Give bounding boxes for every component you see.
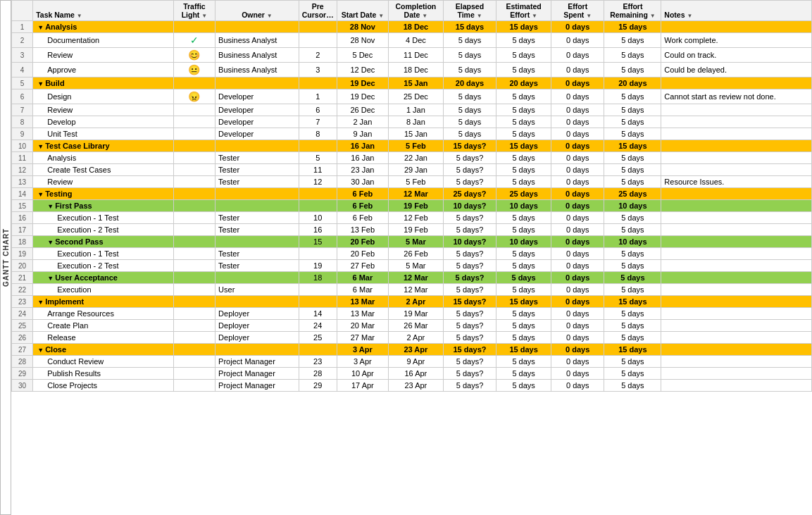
table-row: 22ExecutionUser6 Mar12 Mar5 days?5 days0… [12,284,812,296]
row-number: 14 [12,188,33,200]
task-filter-arrow[interactable]: ▼ [77,13,82,19]
start-date-cell: 16 Jan [337,140,388,152]
pre-cursor-cell [299,200,337,212]
pre-cursor-cell [299,77,337,89]
owner-cell [216,236,299,248]
effort-spent-cell: 0 days [551,332,604,344]
owner-cell: Project Manager [216,368,299,380]
expand-icon[interactable]: ▼ [37,24,44,31]
estimated-filter-arrow[interactable]: ▼ [532,13,537,19]
task-name-cell: Create Plan [33,320,174,332]
row-number: 29 [12,368,33,380]
task-name-cell: Execution - 1 Test [33,212,174,224]
expand-icon[interactable]: ▼ [47,275,54,282]
owner-cell: Tester [216,260,299,272]
pre-cursor-cell [299,188,337,200]
expand-icon[interactable]: ▼ [37,143,44,150]
notes-cell [661,152,812,164]
effort-spent-cell: 0 days [551,152,604,164]
start-date-cell: 9 Jan [337,128,388,140]
traffic-light-cell [173,21,215,33]
row-number: 20 [12,260,33,272]
effort-remaining-cell: 5 days [604,224,661,236]
pre-cursor-cell: 10 [299,212,337,224]
completion-date-cell: 15 Jan [389,77,444,89]
elapsed-time-cell: 5 days [443,63,496,77]
effort-spent-cell: 0 days [551,272,604,284]
effort-spent-cell: 0 days [551,164,604,176]
expand-icon[interactable]: ▼ [37,347,44,354]
completion-date-cell: 12 Mar [389,284,444,296]
notes-filter-arrow[interactable]: ▼ [687,13,692,19]
expand-icon[interactable]: ▼ [47,203,54,210]
completion-filter-arrow[interactable]: ▼ [422,13,427,19]
table-row: 28Conduct ReviewProject Manager233 Apr9 … [12,356,812,368]
expand-icon[interactable]: ▼ [37,191,44,198]
table-row: 27▼Close3 Apr23 Apr15 days?15 days0 days… [12,344,812,356]
estimated-effort-cell: 20 days [496,77,551,89]
pre-cursor-cell: 5 [299,152,337,164]
task-name-cell: Develop [33,116,174,128]
owner-cell [216,21,299,33]
start-date-cell: 23 Jan [337,164,388,176]
expand-icon[interactable]: ▼ [37,80,44,87]
completion-date-cell: 23 Apr [389,344,444,356]
pre-filter-arrow[interactable]: ▼ [328,13,334,19]
owner-filter-arrow[interactable]: ▼ [267,13,273,19]
remaining-filter-arrow[interactable]: ▼ [650,13,656,19]
table-row: 4Approve😐Business Analyst312 Dec18 Dec5 … [12,63,812,77]
traffic-light-cell: 😠 [173,89,215,104]
start-date-cell: 6 Mar [337,272,388,284]
notes-cell [661,188,812,200]
completion-date-cell: 5 Mar [389,236,444,248]
traffic-light-cell [173,176,215,188]
task-name-cell: Execution [33,284,174,296]
completion-date-cell: 25 Dec [389,89,444,104]
spent-filter-arrow[interactable]: ▼ [586,13,592,19]
pre-cursor-cell: 3 [299,63,337,77]
row-number: 15 [12,200,33,212]
expand-icon[interactable]: ▼ [37,299,44,306]
main-wrapper: GANTT CHART Task Nam [0,0,812,515]
pre-cursor-cell: 6 [299,104,337,116]
table-row: 20Execution - 2 TestTester1927 Feb5 Mar5… [12,260,812,272]
table-row: 21▼User Acceptance186 Mar12 Mar5 days?5 … [12,272,812,284]
traffic-light-cell [173,164,215,176]
row-number: 1 [12,21,33,33]
completion-date-cell: 19 Feb [389,200,444,212]
traffic-filter-arrow[interactable]: ▼ [201,13,207,19]
row-number: 26 [12,332,33,344]
pre-cursor-cell: 19 [299,260,337,272]
notes-cell [661,77,812,89]
traffic-light-cell [173,356,215,368]
effort-spent-cell: 0 days [551,224,604,236]
effort-spent-cell: 0 days [551,200,604,212]
table-row: 25Create PlanDeployer2420 Mar26 Mar5 day… [12,320,812,332]
pre-cursor-cell: 11 [299,164,337,176]
estimated-effort-cell: 5 days [496,332,551,344]
notes-cell [661,21,812,33]
expand-icon[interactable]: ▼ [47,239,54,246]
owner-cell: Tester [216,212,299,224]
effort-spent-cell: 0 days [551,48,604,63]
row-number: 23 [12,296,33,308]
completion-date-cell: 19 Mar [389,308,444,320]
completion-date-cell: 23 Apr [389,380,444,392]
pre-cursor-cell: 1 [299,89,337,104]
owner-cell: Developer [216,116,299,128]
row-number: 13 [12,176,33,188]
gantt-table: Task Name ▼ TrafficLight ▼ Owner ▼ PreCu… [11,0,812,392]
start-date-cell: 17 Apr [337,380,388,392]
traffic-light-cell [173,188,215,200]
estimated-effort-cell: 5 days [496,272,551,284]
effort-remaining-cell: 15 days [604,140,661,152]
completion-date-cell: 12 Feb [389,212,444,224]
effort-remaining-cell: 5 days [604,308,661,320]
elapsed-filter-arrow[interactable]: ▼ [477,13,482,19]
elapsed-time-cell: 5 days [443,48,496,63]
start-filter-arrow[interactable]: ▼ [378,13,384,19]
estimated-effort-cell: 5 days [496,164,551,176]
pre-cursor-cell [299,296,337,308]
effort-remaining-cell: 10 days [604,200,661,212]
task-name-cell: Review [33,104,174,116]
